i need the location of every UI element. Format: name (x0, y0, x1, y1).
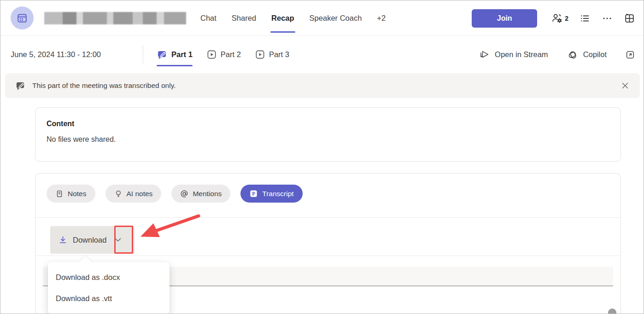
meeting-title-redacted (44, 12, 186, 24)
notes-icon (55, 190, 64, 198)
at-mention-icon (180, 190, 188, 198)
copilot-icon (567, 49, 579, 61)
menu-item-download-vtt[interactable]: Download as .vtt (48, 288, 170, 309)
meeting-avatar (11, 6, 34, 29)
pill-label: Notes (68, 190, 87, 198)
pill-label: Transcript (262, 190, 293, 198)
tab-part-1[interactable]: Part 1 (157, 36, 193, 73)
recap-sub-header: June 5, 2024 11:30 - 12:00 Part 1 (0, 36, 644, 73)
tab-part-2[interactable]: Part 2 (206, 36, 241, 73)
copilot-button[interactable]: Copilot (567, 49, 607, 61)
pill-label: Mentions (193, 190, 222, 198)
copilot-label: Copilot (583, 50, 607, 59)
download-label: Download (73, 236, 106, 244)
content-card-title: Content (47, 120, 609, 128)
banner-text: This part of the meeting was transcribed… (32, 81, 176, 90)
open-in-stream-button[interactable]: Open in Stream (479, 49, 548, 60)
participant-count: 2 (565, 15, 568, 22)
transcript-pill-icon (249, 189, 258, 198)
apps-grid-icon (624, 12, 635, 24)
pill-transcript[interactable]: Transcript (240, 185, 302, 203)
chevron-down-icon[interactable] (113, 235, 123, 245)
join-button[interactable]: Join (472, 9, 537, 28)
pill-notes[interactable]: Notes (47, 185, 95, 203)
part-label: Part 2 (221, 50, 241, 59)
scrollbar-thumb[interactable] (608, 308, 616, 314)
open-in-new-icon (625, 50, 635, 60)
pill-label: AI notes (127, 190, 153, 198)
open-in-stream-label: Open in Stream (495, 50, 548, 59)
people-settings-icon (551, 12, 563, 24)
top-tab-strip: Chat Shared Recap Speaker Coach +2 (200, 0, 386, 36)
divider (35, 256, 621, 256)
teams-meeting-recap-window: Chat Shared Recap Speaker Coach +2 Join (0, 0, 644, 314)
divider (35, 217, 621, 218)
participants-button[interactable]: 2 (551, 12, 568, 24)
download-dropdown-menu: Download as .docx Download as .vtt (48, 262, 170, 314)
tab-part-3[interactable]: Part 3 (255, 36, 289, 73)
recap-pill-tabs: Notes AI notes (47, 185, 303, 203)
part-label: Part 3 (269, 50, 289, 59)
agenda-list-button[interactable] (580, 13, 591, 24)
sub-header-actions: Open in Stream Copilot (479, 36, 635, 73)
tab-overflow-count[interactable]: +2 (377, 0, 386, 36)
pill-ai-notes[interactable]: AI notes (105, 185, 162, 203)
calendar-icon (16, 12, 29, 24)
content-card-body: No files were shared. (47, 135, 609, 144)
play-icon (206, 49, 217, 60)
content-card: Content No files were shared. (35, 107, 621, 162)
top-bar-actions: Join (472, 0, 635, 36)
pill-mentions[interactable]: Mentions (171, 185, 230, 203)
top-bar: Chat Shared Recap Speaker Coach +2 Join (0, 0, 644, 36)
menu-item-download-docx[interactable]: Download as .docx (48, 267, 170, 288)
transcript-icon (15, 81, 26, 91)
transcript-part-icon (157, 49, 168, 60)
more-options-button[interactable] (602, 13, 613, 24)
stream-icon (479, 49, 490, 60)
download-button[interactable]: Download (50, 226, 135, 254)
meeting-parts-tabs: Part 1 Part 2 Part 3 (157, 36, 289, 73)
tab-speaker-coach[interactable]: Speaker Coach (310, 0, 362, 36)
part-label: Part 1 (171, 50, 193, 59)
meeting-datetime: June 5, 2024 11:30 - 12:00 (11, 36, 101, 73)
apps-grid-button[interactable] (624, 12, 635, 24)
play-icon (255, 49, 265, 60)
bulleted-list-icon (580, 13, 591, 24)
tab-chat[interactable]: Chat (200, 0, 217, 36)
ellipsis-icon (602, 13, 613, 24)
download-icon (58, 235, 68, 245)
open-in-new-window-button[interactable] (625, 50, 635, 60)
tab-shared[interactable]: Shared (232, 0, 256, 36)
tab-recap[interactable]: Recap (271, 0, 294, 36)
lightbulb-icon (114, 190, 123, 198)
divider (143, 45, 143, 64)
transcribed-only-banner: This part of the meeting was transcribed… (5, 73, 640, 98)
close-icon[interactable] (621, 81, 630, 90)
